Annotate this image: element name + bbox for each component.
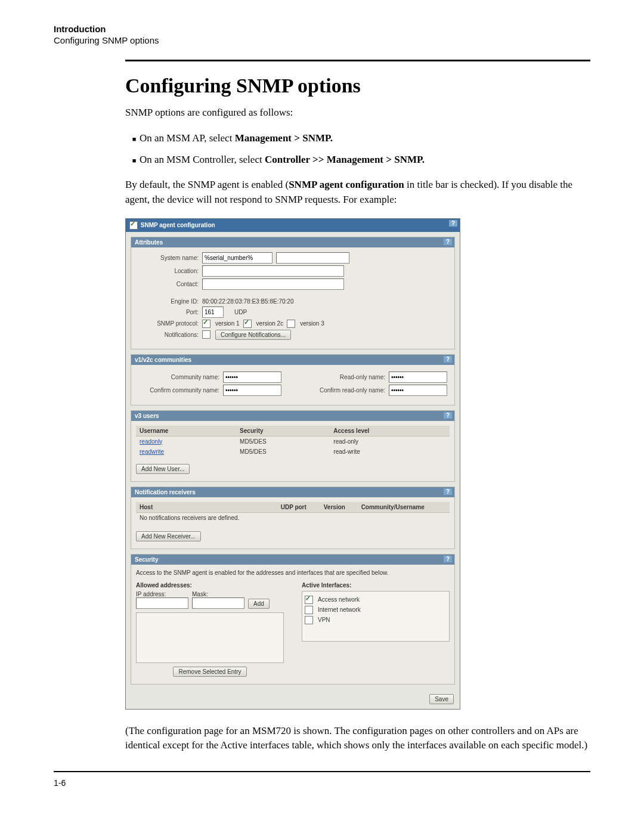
bottom-rule [54, 771, 590, 772]
interfaces-listbox: Access network Internet network VPN [302, 591, 450, 642]
intro-paragraph: SNMP options are configured as follows: [125, 106, 590, 120]
iface-checkbox[interactable] [305, 616, 313, 624]
address-listbox[interactable] [136, 612, 284, 663]
page-number: 1-6 [54, 778, 590, 788]
notif-empty-text: No notifications receivers are defined. [136, 513, 450, 523]
proto-v2c-checkbox[interactable] [243, 320, 252, 328]
confirm-community-input[interactable] [223, 385, 281, 396]
remove-entry-button[interactable]: Remove Selected Entry [173, 667, 246, 677]
v3-users-section: v3 users ? Username Security Access leve… [131, 410, 455, 482]
security-section: Security ? Access to the SNMP agent is e… [131, 554, 455, 685]
table-row: readwrite MD5/DES read-write [136, 447, 450, 457]
paragraph: By default, the SNMP agent is enabled (S… [125, 178, 590, 207]
user-link[interactable]: readonly [140, 438, 162, 445]
notif-recv-table: Host UDP port Version Community/Username [136, 502, 450, 513]
configure-notifications-button[interactable]: Configure Notifications... [215, 330, 291, 340]
help-icon[interactable]: ? [444, 556, 452, 562]
bullet-bold: Controller >> Management > SNMP. [265, 154, 425, 165]
security-header: Security ? [131, 555, 454, 565]
v1v2c-section: v1/v2c communities ? Community name: Con… [131, 354, 455, 405]
confirm-readonly-input[interactable] [389, 385, 447, 396]
chapter-title: Introduction [54, 24, 590, 34]
bullet-bold: Management > SNMP. [235, 132, 333, 144]
system-name-input[interactable] [202, 252, 273, 264]
ip-address-input[interactable] [136, 597, 188, 609]
help-icon[interactable]: ? [444, 412, 452, 419]
bullet-list: On an MSM AP, select Management > SNMP. … [140, 129, 590, 170]
bullet-text: On an MSM Controller, select [140, 154, 265, 165]
panel-title: SNMP agent configuration [141, 221, 215, 228]
user-link[interactable]: readwrite [140, 448, 164, 455]
help-icon[interactable]: ? [444, 356, 452, 363]
help-icon[interactable]: ? [444, 239, 452, 245]
engine-id-value: 80:00:22:28:03:78:E3:B5:8E:70:20 [202, 298, 293, 305]
iface-checkbox[interactable] [305, 596, 313, 604]
community-input[interactable] [223, 371, 281, 383]
security-note: Access to the SNMP agent is enabled for … [136, 569, 450, 576]
allowed-addresses-header: Allowed addresses: [136, 582, 284, 589]
content-area: Configuring SNMP options SNMP options ar… [125, 75, 590, 753]
active-interfaces-header: Active Interfaces: [302, 582, 450, 589]
v1v2c-header: v1/v2c communities ? [131, 355, 454, 365]
port-input[interactable] [202, 306, 224, 318]
contact-input[interactable] [202, 278, 344, 290]
panel-titlebar: SNMP agent configuration ? [126, 219, 460, 232]
notification-receivers-section: Notification receivers ? Host UDP port V… [131, 487, 455, 549]
add-user-button[interactable]: Add New User... [136, 464, 190, 474]
agent-enabled-checkbox[interactable] [129, 221, 138, 230]
v3-users-table: Username Security Access level readonly … [136, 426, 450, 457]
notif-recv-header: Notification receivers ? [131, 487, 454, 497]
help-icon[interactable]: ? [444, 488, 452, 495]
proto-v3-checkbox[interactable] [287, 320, 295, 328]
bullet-item: On an MSM Controller, select Controller … [140, 150, 590, 169]
table-row: readonly MD5/DES read-only [136, 436, 450, 447]
port-proto: UDP [234, 309, 247, 315]
section-heading: Configuring SNMP options [125, 75, 590, 97]
snmp-panel: SNMP agent configuration ? Attributes ? … [125, 218, 460, 710]
system-name-extra-input[interactable] [276, 252, 349, 264]
page-header: Introduction Configuring SNMP options [54, 24, 590, 45]
top-rule [125, 60, 590, 61]
add-receiver-button[interactable]: Add New Receiver... [136, 531, 201, 541]
attributes-section: Attributes ? System name: Location: Cont… [131, 237, 455, 349]
bullet-item: On an MSM AP, select Management > SNMP. [140, 129, 590, 148]
breadcrumb: Configuring SNMP options [54, 35, 590, 45]
add-address-button[interactable]: Add [248, 599, 270, 609]
bullet-text: On an MSM AP, select [140, 132, 235, 144]
mask-input[interactable] [192, 597, 244, 609]
save-button[interactable]: Save [429, 694, 454, 704]
help-icon[interactable]: ? [449, 220, 457, 227]
attributes-header: Attributes ? [131, 237, 454, 247]
location-input[interactable] [202, 265, 344, 277]
proto-v1-checkbox[interactable] [202, 320, 210, 328]
notifications-checkbox[interactable] [202, 330, 210, 339]
v3-header: v3 users ? [131, 411, 454, 421]
iface-checkbox[interactable] [305, 606, 313, 614]
tail-paragraph: (The configuration page for an MSM720 is… [125, 724, 590, 753]
readonly-input[interactable] [389, 371, 447, 383]
